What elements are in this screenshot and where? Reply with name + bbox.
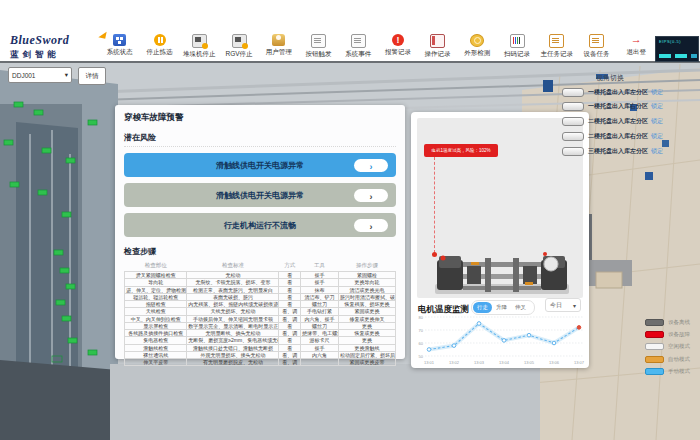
main-task-icon [549,34,564,48]
toolbar-button-label: 外形检测 [464,49,490,58]
data-point [477,322,481,326]
toolbar-button-label: 扫码记录 [504,50,530,59]
toolbar-button-main-task[interactable]: 主任务记录 [537,34,577,62]
view-camera-button[interactable] [562,132,584,141]
toolbar-button-device-task[interactable]: 设备任务 [577,34,617,62]
table-header-cell: 工具 [301,260,339,272]
view-camera-button[interactable] [562,88,584,97]
table-header-cell: 检查标准 [187,260,279,272]
table-cell: 滑触线检查 [125,344,187,351]
risk-section-title: 潜在风险 [124,132,396,147]
table-cell: 游标卡尺 [301,337,339,344]
check-steps-table: 检查部位检查标准方式工具操作步骤 货叉紧固螺栓检查无松动看扳手紧固螺栓导向轮无裂… [124,260,396,366]
chevron-down-icon: ▾ [573,302,576,309]
table-cell: 松动固定后拧紧、损坏后更换 [339,351,396,358]
table-cell: 看 [279,293,301,300]
view-camera-button[interactable] [562,102,584,111]
toolbar-button-label: 主任务记录 [541,50,574,59]
risk-arrow-pill[interactable]: › [354,159,388,172]
toolbar-button-label: 退出登 [626,48,646,57]
toolbar-button-logout[interactable]: 退出登 [616,34,656,62]
table-cell: 中叉、内叉伸到位检查 [125,315,187,322]
table-cell: 无明显断线、插头无松动 [187,330,279,337]
table-cell: 手电钻打紧 [301,308,339,315]
table-cell: 紧固或更换 [339,308,396,315]
table-cell: 裸丝通讯线 [125,351,187,358]
lock-link[interactable]: 锁定 [651,132,663,141]
view-camera-button[interactable] [562,147,584,156]
toolbar-button-user[interactable]: 用户管理 [259,34,299,62]
table-cell: 手动拨后伸叉、伸叉缩回无明显卡顿 [187,315,279,322]
toolbar-button-barcode[interactable]: 扫码记录 [497,34,537,62]
lock-link[interactable]: 锁定 [651,117,663,126]
device-select-value: DDJ001 [12,72,35,79]
toolbar-button-label: 设备任务 [583,50,609,59]
toolbar-button-shape-detect[interactable]: 外形检测 [457,34,497,62]
risk-arrow-pill[interactable]: › [354,219,388,232]
x-tick-label: 13:06 [549,360,560,365]
table-cell: 拖链检查 [125,301,187,308]
legend-label: 自动模式 [668,356,690,363]
chevron-right-icon: › [370,222,373,232]
table-cell: 螺丝刀 [301,301,339,308]
table-row: 进、伸叉、定位、货物检测光电检测正常、表面无脏污、无明显发白看抹布清洁或更换光电 [125,286,396,293]
data-point [527,333,531,337]
table-header-cell: 操作步骤 [339,260,396,272]
table-cell: 滑触线接口处无错口、滑触线无断损 [187,344,279,351]
view-camera-button[interactable] [562,117,584,126]
table-cell: 表面无破损、脏污 [187,293,279,300]
toolbar-button-pause[interactable]: 停止拣选 [140,34,180,62]
table-row: 伸叉平皮带有无明显磨损脱皮、无松动看、调紧固或更换皮带 [125,359,396,366]
toolbar-button-button-trigger[interactable]: 按钮触发 [299,34,339,62]
toolbar-button-network[interactable]: 系统状态 [100,34,140,62]
mini-monitor-text: EIPS(0-5) [656,37,698,44]
time-range-select[interactable]: 今日 ▾ [545,298,581,312]
device-select[interactable]: DDJ001 ▾ [8,67,72,83]
legend-item: 空闲模式 [645,342,700,352]
lock-link[interactable]: 锁定 [651,102,663,111]
alarm-icon [392,34,404,46]
toolbar-button-label: 堆垛机停止 [183,50,216,59]
toolbar-button-label: 系统状态 [107,48,133,57]
risk-button[interactable]: 行走机构运行不流畅› [124,213,396,237]
top-white-strip [0,0,700,30]
table-cell: 看 [279,344,301,351]
view-item: 二楼托盘出入库左分区锁定 [562,116,698,128]
toolbar-button-operation-log[interactable]: 操作记录 [418,34,458,62]
toolbar-button-alarm[interactable]: 报警记录 [378,34,418,62]
motor-warning-tooltip: 电机1温度过高，风险：102% [424,144,498,157]
lock-link[interactable]: 锁定 [651,88,663,97]
risk-button[interactable]: 滑触线供电开关电源异常› [124,153,396,177]
legend-swatch [645,356,664,363]
risk-button[interactable]: 滑触线供电开关电源异常› [124,183,396,207]
risk-arrow-pill[interactable]: › [354,189,388,202]
legend-swatch [645,368,664,375]
y-tick-label: 70 [419,328,424,333]
view-item-label: 三楼托盘出入库左分区 [588,147,648,156]
table-row: 辊运轮、辊运轮检查表面无破损、脏污看清洁布、铲刀脏污时用清洁布擦拭、破损更换 [125,293,396,300]
table-cell: 修复或更换伸叉 [339,315,396,322]
shuttle-render-area[interactable]: 电机1温度过高，风险：102% [417,118,583,298]
toolbar-button-rgv-stop[interactable]: RGV停止 [219,34,259,62]
panel-title: 穿梭车故障预警 [124,112,396,124]
toolbar-button-system-event[interactable]: 系统事件 [338,34,378,62]
logout-icon [630,34,643,46]
detail-button[interactable]: 详情 [78,67,106,85]
temperature-line [429,324,579,350]
table-cell: 导向轮 [125,279,187,286]
toolbar-button-stacker-stop[interactable]: 堆垛机停止 [179,34,219,62]
table-cell: 显示屏检查 [125,322,187,329]
temperature-line-chart[interactable]: 8070605013:0113:0213:0313:0413:0513:0613… [409,312,593,370]
stacker-stop-icon [192,34,207,48]
device-task-icon [589,34,604,48]
table-cell: 各线路及插接件插口检查 [125,330,187,337]
lock-link[interactable]: 锁定 [651,147,663,156]
table-cell: 集电器检查 [125,337,187,344]
button-trigger-icon [311,34,326,48]
table-cell: 看、调 [279,315,301,322]
table-cell: 有无明显磨损脱皮、无松动 [187,359,279,366]
table-row: 导向轮无裂纹、卡顿无脱落、损坏、变形看扳手更换导向轮 [125,279,396,286]
table-cell: 无断裂、磨损宽度≥2mm、集电器线缆无破损 [187,337,279,344]
table-cell: 绝缘带、电工螺丝 [301,330,339,337]
mini-monitor[interactable]: EIPS(0-5) [655,36,699,62]
